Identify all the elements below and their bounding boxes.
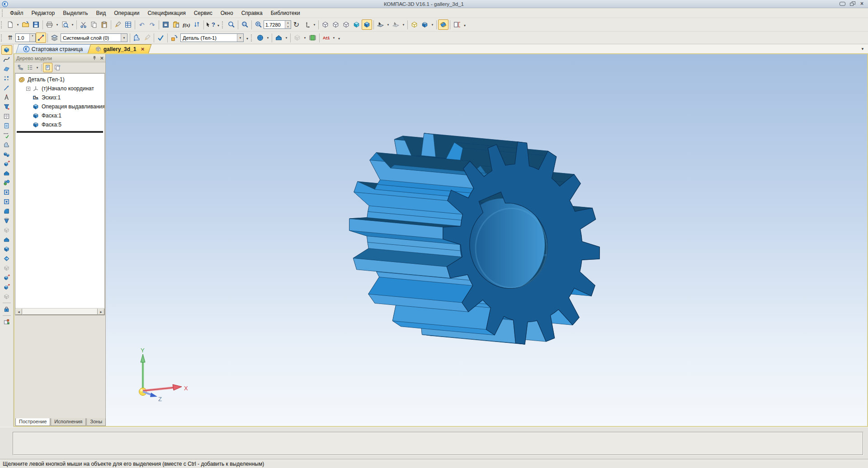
- shaded-with-edges-button[interactable]: [362, 19, 372, 30]
- compact-panel-button[interactable]: [1, 159, 12, 168]
- toolbar-overflow[interactable]: ▾: [462, 19, 467, 30]
- compact-panel-button[interactable]: [1, 187, 12, 197]
- copy-button[interactable]: [89, 19, 99, 30]
- compact-panel-button[interactable]: [1, 74, 12, 83]
- tree-expander[interactable]: +: [26, 87, 30, 91]
- menu-item[interactable]: Редактор: [28, 9, 59, 17]
- local-cs-button[interactable]: [409, 19, 420, 30]
- part-combo[interactable]: Деталь (Тел-1) ▼: [180, 33, 244, 42]
- menu-item[interactable]: Спецификация: [143, 9, 189, 17]
- hide-in-components-button[interactable]: [391, 19, 401, 30]
- scroll-left-icon[interactable]: ◄: [15, 309, 22, 315]
- ortho-drawing-button[interactable]: [36, 33, 46, 43]
- step-dropdown[interactable]: ▼: [30, 34, 35, 42]
- print-preview-dropdown[interactable]: ▼: [70, 19, 75, 30]
- sort-button[interactable]: [192, 19, 202, 30]
- compact-panel-button[interactable]: [1, 121, 12, 131]
- gear-model[interactable]: [106, 54, 867, 426]
- orientation-button[interactable]: [302, 19, 312, 30]
- compact-panel-button[interactable]: [1, 178, 12, 187]
- tree-structure-button[interactable]: [16, 63, 25, 72]
- compact-panel-button[interactable]: [1, 102, 12, 112]
- print-preview-button[interactable]: [60, 19, 70, 30]
- tree-item[interactable]: Операция выдавливания:1: [15, 102, 104, 111]
- layers-button[interactable]: [49, 33, 60, 43]
- layer-combo[interactable]: Системный слой (0) ▼: [61, 33, 127, 42]
- compact-panel-button[interactable]: [1, 314, 12, 317]
- shading-style-dropdown[interactable]: ▼: [265, 33, 270, 43]
- hide-objects-dropdown[interactable]: ▼: [386, 19, 391, 30]
- close-icon[interactable]: ×: [860, 2, 863, 6]
- tree-item[interactable]: Фаска:1: [15, 111, 104, 120]
- window-list-button[interactable]: ▼: [861, 47, 864, 51]
- view-list-button[interactable]: [25, 63, 35, 72]
- toolbar-grip[interactable]: [2, 9, 4, 17]
- zoom-value-input[interactable]: [264, 22, 285, 28]
- menu-item[interactable]: Библиотеки: [267, 9, 304, 17]
- zoom-by-page-button[interactable]: [226, 19, 236, 30]
- quick-planes-dropdown[interactable]: ▼: [284, 33, 289, 43]
- compact-panel-button[interactable]: [1, 112, 12, 121]
- zoom-spin-down[interactable]: ▼: [285, 25, 291, 29]
- compact-panel-button[interactable]: [1, 225, 12, 235]
- copy-properties-button[interactable]: [113, 19, 123, 30]
- toolbar-overflow[interactable]: ▾: [336, 33, 342, 43]
- corner-snap-button[interactable]: [132, 33, 142, 43]
- tree-item[interactable]: Деталь (Тел-1): [15, 75, 104, 84]
- stamp-gray-button[interactable]: [292, 33, 302, 43]
- compact-panel-button[interactable]: [1, 140, 12, 150]
- current-step-button[interactable]: ⇈: [5, 33, 15, 43]
- zoom-spin-up[interactable]: ▲: [285, 21, 291, 25]
- tree-item[interactable]: + (т)Начало координат: [15, 84, 104, 93]
- perspective-dropdown[interactable]: ▼: [430, 19, 435, 30]
- specification-button[interactable]: [123, 19, 133, 30]
- wireframe-no-hidden-button[interactable]: [330, 19, 341, 30]
- menu-item[interactable]: Окно: [217, 9, 237, 17]
- undo-button[interactable]: ↶: [137, 19, 147, 30]
- compact-panel-button[interactable]: [1, 273, 12, 282]
- shaded-button[interactable]: [351, 19, 362, 30]
- compact-panel-button[interactable]: [1, 282, 12, 292]
- dimension-style-button[interactable]: [307, 33, 318, 43]
- toolbar-overflow[interactable]: ▾: [216, 19, 221, 30]
- context-help-button[interactable]: ?: [205, 19, 216, 30]
- check-document-button[interactable]: [156, 33, 166, 43]
- zoom-by-frame-button[interactable]: [240, 19, 250, 30]
- document-manager-button[interactable]: [160, 19, 171, 30]
- open-button[interactable]: [20, 19, 31, 30]
- print-button[interactable]: [44, 19, 55, 30]
- restore-icon[interactable]: [850, 2, 856, 6]
- compact-panel-button[interactable]: [1, 263, 12, 273]
- part-combo-dropdown[interactable]: ▼: [237, 34, 243, 42]
- menu-item[interactable]: Вид: [92, 9, 110, 17]
- new-document-button[interactable]: [5, 19, 15, 30]
- section-document-button[interactable]: [43, 63, 52, 72]
- compact-panel-button[interactable]: [1, 301, 12, 304]
- compact-panel-button[interactable]: [1, 254, 12, 263]
- hidden-thin-button[interactable]: [341, 19, 351, 30]
- compact-panel-button[interactable]: [1, 55, 12, 64]
- rotate-button[interactable]: [438, 19, 448, 30]
- refresh-image-button[interactable]: ↻: [291, 19, 302, 30]
- orientation-dropdown[interactable]: ▼: [312, 19, 317, 30]
- new-document-dropdown[interactable]: ▼: [15, 19, 20, 30]
- save-button[interactable]: [31, 19, 41, 30]
- view-list-dropdown[interactable]: ▼: [35, 62, 40, 73]
- dimension-tolerance-dropdown[interactable]: ▼: [331, 33, 336, 43]
- compact-panel-button[interactable]: [1, 244, 12, 254]
- tab-close-icon[interactable]: ×: [141, 46, 144, 52]
- compact-panel-button[interactable]: [1, 317, 12, 327]
- compact-panel-button[interactable]: [1, 45, 12, 55]
- bottom-tab[interactable]: Зоны: [86, 418, 106, 426]
- tab-start-page[interactable]: Стартовая страница: [16, 44, 92, 53]
- redo-button[interactable]: ↷: [147, 19, 157, 30]
- shading-style-button[interactable]: [255, 33, 265, 43]
- compact-panel-button[interactable]: [1, 216, 12, 225]
- additional-window-button[interactable]: [52, 63, 62, 72]
- scroll-right-icon[interactable]: ►: [98, 309, 104, 315]
- perspective-button[interactable]: [420, 19, 430, 30]
- stamp-gray-dropdown[interactable]: ▼: [302, 33, 307, 43]
- menu-item[interactable]: Сервис: [190, 9, 217, 17]
- scrollbar-thumb[interactable]: [22, 309, 98, 315]
- tree-item[interactable]: Эскиз:1: [15, 93, 104, 102]
